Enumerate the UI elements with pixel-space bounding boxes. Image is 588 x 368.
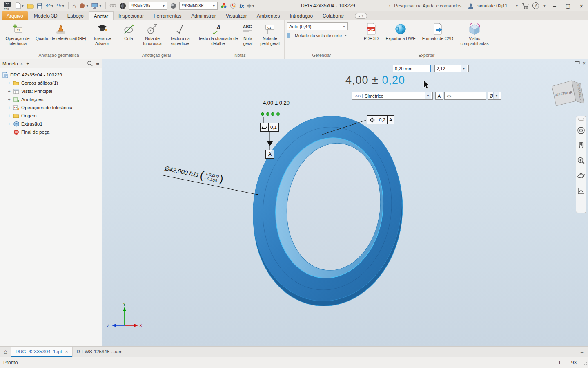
- orbit-icon[interactable]: [577, 172, 585, 181]
- add-qat-caret[interactable]: ▼: [252, 4, 255, 7]
- open-button[interactable]: [27, 1, 34, 10]
- surface-texture-button[interactable]: Textura da superfície: [167, 21, 194, 46]
- thickness-dimension-annotation[interactable]: 4,00 ± 0,20: [263, 100, 290, 106]
- pan-hand-icon[interactable]: [577, 141, 585, 151]
- tree-item-operacoes-tolerancia[interactable]: + Operações de tolerância: [2, 103, 101, 112]
- annotation-scale-combo[interactable]: Auto (0,44)▼: [287, 22, 348, 30]
- tab-anotar[interactable]: Anotar: [89, 11, 114, 20]
- leader-text-button[interactable]: A Texto da chamada de detalhe: [198, 21, 238, 46]
- expand-icon[interactable]: +: [7, 105, 11, 110]
- tree-item-extrusao1[interactable]: + Extrusão1: [2, 120, 101, 128]
- doc-tabs-menu-icon[interactable]: ≡: [576, 347, 588, 357]
- browser-add-tab-button[interactable]: +: [26, 61, 29, 67]
- navigation-wheel-icon[interactable]: [577, 126, 585, 136]
- position-fcf[interactable]: 0,2 A: [367, 115, 394, 124]
- tree-item-vista-principal[interactable]: + Vista: Principal: [2, 87, 101, 95]
- dimension-edit-text[interactable]: 4,00 ± 0,20: [345, 74, 405, 87]
- expand-icon[interactable]: +: [7, 97, 11, 102]
- expand-icon[interactable]: +: [7, 89, 11, 94]
- color-wheel-icon[interactable]: [220, 1, 227, 10]
- tab-ambientes[interactable]: Ambientes: [252, 11, 285, 20]
- new-file-button[interactable]: ▼: [15, 1, 24, 10]
- pdf-3d-button[interactable]: PDF PDF 3D: [361, 21, 381, 41]
- diameter-symbol-button[interactable]: Ø ▼: [488, 92, 501, 100]
- ratio-dropdown[interactable]: 2,12 ▼: [434, 65, 469, 72]
- graphics-viewport[interactable]: INFERIOR ESQUERDA Y X Z: [102, 59, 588, 346]
- user-menu-caret[interactable]: ▼: [515, 4, 518, 7]
- link-icon[interactable]: [109, 1, 116, 10]
- general-note-button[interactable]: ABC Nota geral: [239, 21, 256, 46]
- cad-format-button[interactable]: Formato de CAD: [420, 21, 456, 41]
- selection-grip[interactable]: [276, 112, 280, 116]
- user-account-menu[interactable]: simulate.02j11...: [477, 3, 511, 8]
- appearance-swatch-icon[interactable]: [170, 1, 176, 10]
- home-tab-button[interactable]: ⌂: [0, 347, 11, 357]
- browser-tab-close-icon[interactable]: ×: [20, 61, 23, 66]
- doc-tab-close-icon[interactable]: ×: [65, 349, 68, 354]
- flatness-fcf[interactable]: 0,1: [260, 123, 279, 132]
- appearance-combo[interactable]: *9SMN28K▼: [179, 2, 218, 10]
- tab-ferramentas[interactable]: Ferramentas: [149, 11, 186, 20]
- tab-modelo-3d[interactable]: Modelo 3D: [29, 11, 62, 20]
- selection-grip[interactable]: [271, 112, 274, 116]
- tab-colaborar[interactable]: Colaborar: [318, 11, 349, 20]
- tree-item-corpos-solidos[interactable]: + Corpos sólidos(1): [2, 79, 101, 87]
- dimension-tolerance-highlight[interactable]: 0,20: [382, 74, 405, 86]
- minimize-button[interactable]: –: [550, 3, 559, 9]
- adjust-ball-icon[interactable]: [119, 1, 126, 10]
- look-at-icon[interactable]: [577, 187, 585, 196]
- browser-search-icon[interactable]: [87, 61, 93, 67]
- navbar-grip[interactable]: [578, 118, 584, 121]
- tab-esboco[interactable]: Esboço: [62, 11, 89, 20]
- material-combo[interactable]: 9SMn28k▼: [129, 2, 167, 10]
- home-button[interactable]: ⌂: [72, 1, 76, 10]
- hole-thread-note-button[interactable]: Nota de furo/rosca: [139, 21, 165, 46]
- datum-a-label[interactable]: A: [265, 150, 274, 159]
- doc-tab-active[interactable]: DRG_42X35X04_1.ipt ×: [11, 347, 73, 357]
- resize-grip[interactable]: [581, 357, 588, 368]
- annotation-scale-caret[interactable]: ▼: [343, 25, 345, 28]
- tab-administrar[interactable]: Administrar: [186, 11, 221, 20]
- tolerance-advisor-button[interactable]: Tolerance Advisor: [89, 21, 115, 46]
- drf-button[interactable]: Quadro de referência(DRF): [33, 21, 88, 41]
- add-qat-button[interactable]: ✚▼: [247, 1, 255, 10]
- new-file-caret[interactable]: ▼: [21, 4, 24, 7]
- expand-icon[interactable]: +: [7, 122, 11, 126]
- selection-grip[interactable]: [266, 112, 270, 116]
- tree-item-origem[interactable]: + Origem: [2, 112, 101, 120]
- restore-document-icon[interactable]: [575, 61, 579, 65]
- material-brush-caret[interactable]: ▼: [86, 4, 89, 7]
- help-search-input[interactable]: Pesquisar na Ajuda e comandos.: [394, 3, 464, 8]
- ring-body[interactable]: [242, 108, 414, 315]
- doc-tab-inactive[interactable]: D-EWS-125648-...iam: [73, 347, 127, 357]
- tab-introducao[interactable]: Introdução: [285, 11, 318, 20]
- close-document-icon[interactable]: ×: [582, 60, 586, 66]
- help-button[interactable]: ?: [532, 2, 539, 9]
- datum-edit-button[interactable]: A: [435, 92, 443, 100]
- tab-arquivo[interactable]: Arquivo: [2, 11, 28, 20]
- parameters-fx-button[interactable]: fx: [239, 1, 244, 10]
- viewcube[interactable]: INFERIOR ESQUERDA: [552, 81, 584, 106]
- tab-inspecionar[interactable]: Inspecionar: [114, 11, 149, 20]
- text-field-input[interactable]: <>: [444, 92, 486, 100]
- undo-button[interactable]: ↶▼: [46, 1, 54, 10]
- appearance-combo-caret[interactable]: ▼: [212, 4, 215, 7]
- close-button[interactable]: ×: [577, 2, 586, 9]
- general-profile-note-button[interactable]: .01 Nota de perfil geral: [258, 21, 282, 46]
- selection-grip[interactable]: [261, 112, 264, 116]
- zoom-icon[interactable]: [577, 157, 585, 166]
- tab-visualizar[interactable]: Visualizar: [221, 11, 252, 20]
- undo-caret[interactable]: ▼: [51, 4, 54, 7]
- half-section-toggle[interactable]: Metade da vista de corte ▼: [287, 32, 348, 38]
- redo-caret[interactable]: ▼: [62, 4, 65, 7]
- ratio-dropdown-caret[interactable]: ▼: [461, 65, 467, 72]
- color-adjust-icon[interactable]: [230, 1, 236, 10]
- tree-item-anotacoes[interactable]: + Anotações: [2, 95, 101, 103]
- maximize-button[interactable]: ▢: [563, 3, 573, 9]
- browser-tab-modelo[interactable]: Modelo ×: [2, 61, 23, 66]
- search-expander-icon[interactable]: ›: [389, 3, 391, 8]
- tolerance-type-dropdown[interactable]: X±Y Simétrico ▼: [352, 92, 433, 100]
- shared-views-button[interactable]: Vistas compartilhadas: [457, 21, 492, 46]
- diameter-symbol-caret[interactable]: ▼: [493, 92, 499, 99]
- tree-item-final-de-peca[interactable]: Final de peça: [2, 128, 101, 136]
